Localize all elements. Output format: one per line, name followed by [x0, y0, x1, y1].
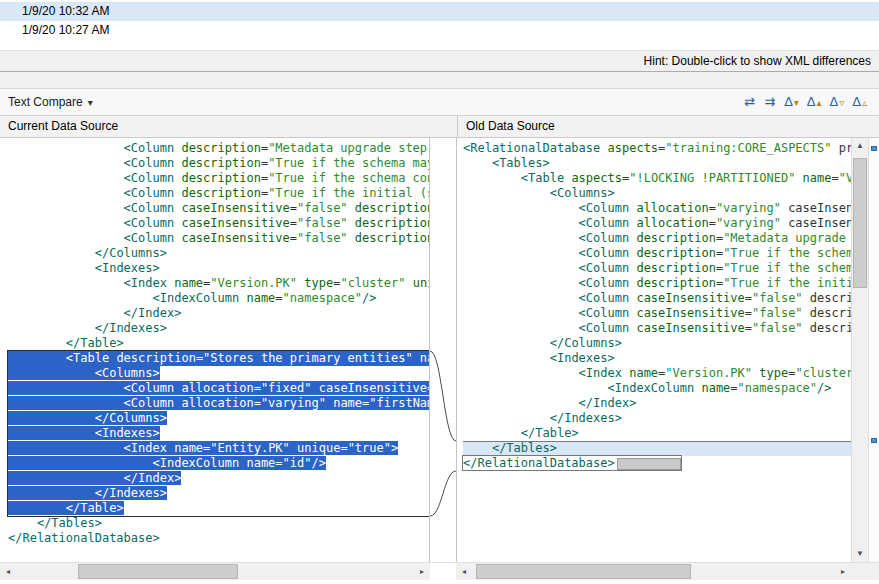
overview-diff-marker[interactable]	[871, 438, 877, 443]
scroll-down-arrow-icon[interactable]: ▼	[852, 546, 868, 562]
code-line[interactable]: <Indexes>	[463, 351, 851, 366]
code-line[interactable]: </Tables>	[463, 441, 851, 456]
right-horizontal-scrollbar[interactable]: ◂ ▸	[456, 563, 851, 580]
compare-toolbar-icons: ⇄⇉Δ▾Δ▴Δ▿Δ▵	[744, 93, 871, 112]
diff-insert-stub	[617, 458, 681, 470]
code-line[interactable]: <RelationalDatabase aspects="training:CO…	[463, 141, 851, 156]
code-line[interactable]: </RelationalDatabase>	[463, 456, 851, 471]
code-line[interactable]: </Indexes>	[8, 486, 429, 501]
code-line[interactable]: </RelationalDatabase>	[8, 531, 429, 546]
vertical-scrollbar[interactable]: ▲ ▼	[851, 138, 868, 562]
scroll-left-arrow-icon[interactable]: ◂	[0, 563, 16, 580]
selected-diff-block: <Table description="Stores the primary e…	[8, 351, 429, 516]
code-line[interactable]: <Column description="True if the schema …	[463, 261, 851, 276]
hint-bar: Hint: Double-click to show XML differenc…	[0, 50, 879, 72]
code-line[interactable]: <Column description="True if the schema …	[8, 171, 429, 186]
code-line[interactable]: <IndexColumn name="namespace"/>	[8, 291, 429, 306]
code-line[interactable]: </Table>	[8, 336, 429, 351]
code-line[interactable]: <Column description="Metadata upgrade st…	[8, 141, 429, 156]
swap-left-right-icon[interactable]: ⇄	[744, 93, 756, 112]
code-line[interactable]: <Columns>	[463, 186, 851, 201]
hint-text: Hint: Double-click to show XML differenc…	[644, 54, 871, 68]
code-line[interactable]: <IndexColumn name="namespace"/>	[463, 381, 851, 396]
scroll-up-arrow-icon[interactable]: ▲	[852, 138, 868, 154]
code-line[interactable]: <Table aspects="!LOCKING !PARTITIONED" n…	[463, 171, 851, 186]
code-line[interactable]: <Columns>	[8, 366, 429, 381]
code-line[interactable]: <IndexColumn name="id"/>	[8, 456, 429, 471]
code-line[interactable]: <Indexes>	[8, 261, 429, 276]
bottom-scrollbars: ◂ ▸ ◂ ▸	[0, 562, 879, 580]
code-line[interactable]: </Index>	[8, 471, 429, 486]
section-sash[interactable]	[0, 72, 879, 88]
overview-ruler[interactable]	[868, 138, 879, 562]
code-line[interactable]: <Column caseInsensitive="false" descript…	[463, 291, 851, 306]
code-line[interactable]: <Column caseInsensitive="false" descript…	[8, 216, 429, 231]
previous-difference-icon[interactable]: Δ▴	[807, 93, 822, 112]
code-line[interactable]: <Column allocation="varying" name="first…	[8, 396, 429, 411]
left-horizontal-scrollbar[interactable]: ◂ ▸	[0, 563, 430, 580]
left-horizontal-scrollbar-thumb[interactable]	[78, 564, 238, 579]
left-pane-title: Current Data Source	[0, 116, 457, 137]
chevron-down-icon: ▾	[88, 97, 93, 108]
code-line[interactable]: </Table>	[463, 426, 851, 441]
compare-editor-window: 1/9/20 10:32 AM1/9/20 10:27 AM Hint: Dou…	[0, 0, 879, 584]
code-line[interactable]: <Column allocation="varying" caseInsensi…	[463, 201, 851, 216]
right-code-pane[interactable]: <RelationalDatabase aspects="training:CO…	[456, 138, 851, 562]
history-list: 1/9/20 10:32 AM1/9/20 10:27 AM	[0, 0, 879, 50]
code-line[interactable]: <Column description="True if the schema …	[8, 156, 429, 171]
scroll-left-arrow-icon[interactable]: ◂	[456, 563, 472, 580]
code-line[interactable]: <Index name="Version.PK" type="cluster" …	[463, 366, 851, 381]
scroll-right-arrow-icon[interactable]: ▸	[835, 563, 851, 580]
code-line[interactable]: <Column description="Metadata upgrade st…	[463, 231, 851, 246]
history-row[interactable]: 1/9/20 10:32 AM	[0, 2, 879, 21]
code-line[interactable]: </Indexes>	[8, 321, 429, 336]
code-line[interactable]: <Indexes>	[8, 426, 429, 441]
code-line[interactable]: </Index>	[8, 306, 429, 321]
code-line[interactable]: <Index name="Version.PK" type="cluster" …	[8, 276, 429, 291]
scroll-right-arrow-icon[interactable]: ▸	[414, 563, 430, 580]
code-line[interactable]: </Index>	[463, 396, 851, 411]
left-code-pane[interactable]: <Column description="Metadata upgrade st…	[0, 138, 430, 562]
code-line[interactable]: <Table description="Stores the primary e…	[8, 351, 429, 366]
history-row[interactable]: 1/9/20 10:27 AM	[0, 21, 879, 40]
code-line[interactable]: </Indexes>	[463, 411, 851, 426]
code-line[interactable]: <Tables>	[463, 156, 851, 171]
copy-all-left-to-right-icon[interactable]: ⇉	[764, 93, 776, 112]
code-line[interactable]: <Column description="True if the initial…	[8, 186, 429, 201]
scrollbar-gap	[430, 563, 456, 580]
previous-change-icon[interactable]: Δ▵	[852, 93, 867, 112]
code-line[interactable]: <Column caseInsensitive="false" descript…	[8, 231, 429, 246]
code-line[interactable]: </Columns>	[8, 246, 429, 261]
vertical-scrollbar-thumb[interactable]	[853, 158, 867, 288]
scrollbar-corner	[851, 563, 879, 580]
code-line[interactable]: </Table>	[8, 501, 429, 516]
compare-mode-label: Text Compare	[8, 95, 83, 109]
code-line[interactable]: <Column caseInsensitive="false" descript…	[463, 306, 851, 321]
right-pane-title: Old Data Source	[457, 116, 879, 137]
next-change-icon[interactable]: Δ▿	[830, 93, 845, 112]
code-line[interactable]: <Column description="True if the schema …	[463, 246, 851, 261]
overview-diff-marker[interactable]	[871, 146, 877, 151]
diff-connector-gutter	[430, 138, 456, 562]
code-line[interactable]: <Column allocation="varying" caseInsensi…	[463, 216, 851, 231]
code-line[interactable]: </Columns>	[463, 336, 851, 351]
compare-mode-selector[interactable]: Text Compare ▾	[8, 95, 93, 109]
next-difference-icon[interactable]: Δ▾	[784, 93, 799, 112]
code-line[interactable]: </Tables>	[8, 516, 429, 531]
compare-content: <Column description="Metadata upgrade st…	[0, 138, 879, 562]
code-line[interactable]: <Index name="Entity.PK" unique="true">	[8, 441, 429, 456]
code-line[interactable]: <Column description="True if the initial…	[463, 276, 851, 291]
diff-connector	[430, 138, 456, 562]
code-line[interactable]: <Column caseInsensitive="false" descript…	[463, 321, 851, 336]
pane-headers: Current Data Source Old Data Source	[0, 116, 879, 138]
code-line[interactable]: <Column allocation="fixed" caseInsensiti…	[8, 381, 429, 396]
code-line[interactable]: <Column caseInsensitive="false" descript…	[8, 201, 429, 216]
right-horizontal-scrollbar-thumb[interactable]	[476, 564, 691, 579]
code-line[interactable]: </Columns>	[8, 411, 429, 426]
compare-toolbar: Text Compare ▾ ⇄⇉Δ▾Δ▴Δ▿Δ▵	[0, 88, 879, 116]
